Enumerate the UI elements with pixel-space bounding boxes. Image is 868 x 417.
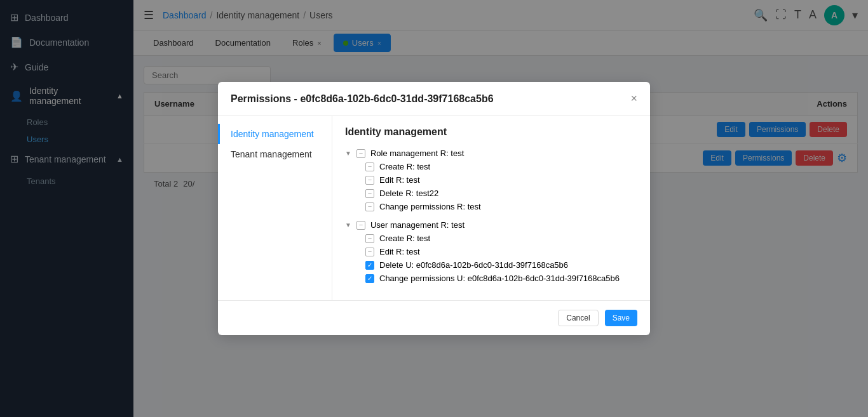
perm-label-edit-r: Edit R: test (379, 175, 420, 185)
perm-label-edit-u: Edit R: test (379, 247, 420, 256)
perm-row-user-management: ▼ User management R: test (345, 218, 637, 232)
checkbox-create-u[interactable] (365, 234, 374, 243)
checkbox-delete-r[interactable] (365, 189, 374, 198)
perm-group-role: ▼ Role management R: test Create R: test… (345, 147, 637, 213)
perm-row-edit-r: Edit R: test (365, 173, 637, 187)
modal-sidebar-identity[interactable]: Identity management (218, 124, 332, 144)
perm-label-role-management: Role management R: test (370, 149, 464, 158)
checkbox-change-perms-u[interactable] (365, 274, 374, 283)
modal-sidebar: Identity management Tenant management (218, 116, 332, 300)
checkbox-user-management[interactable] (356, 221, 365, 230)
checkbox-change-perms-r[interactable] (365, 202, 374, 211)
save-button[interactable]: Save (605, 310, 637, 326)
checkbox-role-management[interactable] (356, 149, 365, 158)
collapse-arrow[interactable]: ▼ (345, 150, 351, 157)
perm-group-user: ▼ User management R: test Create R: test… (345, 218, 637, 285)
perm-label-change-perms-u: Change permissions U: e0fc8d6a-102b-6dc0… (379, 274, 620, 283)
checkbox-edit-r[interactable] (365, 176, 374, 185)
checkbox-delete-u[interactable] (365, 261, 374, 270)
perm-row-change-perms-u: Change permissions U: e0fc8d6a-102b-6dc0… (365, 272, 637, 285)
modal-content-area: Identity management ▼ Role management R:… (332, 116, 650, 300)
cancel-button[interactable]: Cancel (558, 310, 598, 326)
modal-title: Permissions - e0fc8d6a-102b-6dc0-31dd-39… (231, 93, 494, 105)
perm-row-create-u: Create R: test (365, 232, 637, 245)
perm-row-delete-u: Delete U: e0fc8d6a-102b-6dc0-31dd-39f716… (365, 258, 637, 272)
perm-label-change-perms-r: Change permissions R: test (379, 202, 481, 211)
perm-label-create-u: Create R: test (379, 234, 430, 243)
perm-label-user-management: User management R: test (370, 220, 465, 230)
section-title: Identity management (345, 126, 637, 138)
perm-row-role-management: ▼ Role management R: test (345, 147, 637, 160)
perm-label-delete-u: Delete U: e0fc8d6a-102b-6dc0-31dd-39f716… (379, 260, 568, 270)
checkbox-edit-u[interactable] (365, 248, 374, 256)
modal-overlay[interactable]: Permissions - e0fc8d6a-102b-6dc0-31dd-39… (0, 0, 868, 417)
modal-body: Identity management Tenant management Id… (218, 116, 650, 300)
perm-children-user: Create R: test Edit R: test Delete U: e0… (345, 232, 637, 285)
modal-footer: Cancel Save (218, 300, 650, 335)
perm-label-delete-r: Delete R: test22 (379, 189, 438, 198)
modal-sidebar-tenant[interactable]: Tenant management (218, 144, 332, 164)
perm-row-delete-r: Delete R: test22 (365, 187, 637, 200)
perm-row-edit-u: Edit R: test (365, 245, 637, 258)
permissions-modal: Permissions - e0fc8d6a-102b-6dc0-31dd-39… (218, 82, 650, 335)
checkbox-create-r[interactable] (365, 162, 374, 171)
modal-header: Permissions - e0fc8d6a-102b-6dc0-31dd-39… (218, 82, 650, 116)
perm-row-change-perms-r: Change permissions R: test (365, 200, 637, 213)
modal-close-button[interactable]: × (630, 92, 637, 105)
perm-row-create-r: Create R: test (365, 160, 637, 173)
perm-label-create-r: Create R: test (379, 162, 430, 171)
collapse-arrow-user[interactable]: ▼ (345, 222, 351, 228)
perm-children-role: Create R: test Edit R: test Delete R: te… (345, 160, 637, 213)
